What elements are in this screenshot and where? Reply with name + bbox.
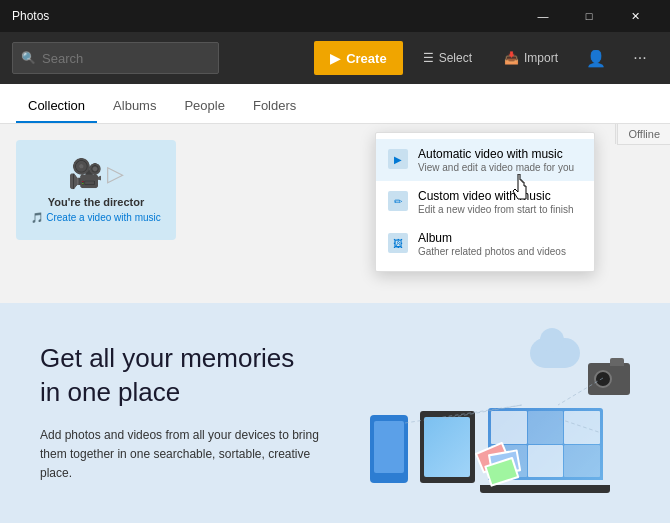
album-subtitle: Gather related photos and videos bbox=[418, 246, 582, 257]
video-camera-icon: 🎥 bbox=[68, 157, 103, 190]
import-label: Import bbox=[524, 51, 558, 65]
select-label: Select bbox=[439, 51, 472, 65]
album-text: Album Gather related photos and videos bbox=[418, 231, 582, 257]
offline-badge: Offline bbox=[617, 124, 670, 145]
promo-heading: Get all your memories in one place bbox=[40, 342, 320, 410]
import-button[interactable]: 📥 Import bbox=[492, 41, 570, 75]
custom-video-text: Custom video with music Edit a new video… bbox=[418, 189, 582, 215]
close-button[interactable]: ✕ bbox=[612, 0, 658, 32]
nav-tabs: Collection Albums People Folders bbox=[0, 84, 670, 124]
main-area: 🎥 ▷ You're the director 🎵 Create a video… bbox=[0, 124, 670, 523]
maximize-button[interactable]: □ bbox=[566, 0, 612, 32]
auto-video-title: Automatic video with music bbox=[418, 147, 582, 161]
camera-illustration bbox=[588, 363, 630, 395]
custom-video-icon: ✏ bbox=[388, 191, 408, 211]
promo-body: Add photos and videos from all your devi… bbox=[40, 426, 320, 484]
dropdown-item-album[interactable]: 🖼 Album Gather related photos and videos bbox=[376, 223, 594, 265]
select-button[interactable]: ☰ Select bbox=[411, 41, 484, 75]
tab-people[interactable]: People bbox=[172, 90, 236, 123]
account-button[interactable]: 👤 bbox=[578, 41, 614, 75]
tablet-illustration bbox=[420, 411, 475, 483]
director-link-text: Create a video with music bbox=[46, 212, 161, 223]
window-controls: — □ ✕ bbox=[520, 0, 658, 32]
tab-folders[interactable]: Folders bbox=[241, 90, 308, 123]
tab-collection[interactable]: Collection bbox=[16, 90, 97, 123]
promo-visual bbox=[360, 333, 630, 493]
select-icon: ☰ bbox=[423, 51, 434, 65]
more-button[interactable]: ··· bbox=[622, 41, 658, 75]
search-input[interactable] bbox=[42, 51, 210, 66]
minimize-button[interactable]: — bbox=[520, 0, 566, 32]
create-label: Create bbox=[346, 51, 386, 66]
cloud-illustration bbox=[530, 333, 580, 368]
create-button[interactable]: ▶ Create bbox=[314, 41, 402, 75]
app-title: Photos bbox=[12, 9, 49, 23]
director-title: You're the director bbox=[48, 196, 145, 208]
custom-video-title: Custom video with music bbox=[418, 189, 582, 203]
auto-video-text: Automatic video with music View and edit… bbox=[418, 147, 582, 173]
play-icon: ▷ bbox=[107, 161, 124, 187]
search-box[interactable]: 🔍 bbox=[12, 42, 219, 74]
dropdown-item-custom-video[interactable]: ✏ Custom video with music Edit a new vid… bbox=[376, 181, 594, 223]
album-icon: 🖼 bbox=[388, 233, 408, 253]
custom-video-subtitle: Edit a new video from start to finish bbox=[418, 204, 582, 215]
phone-illustration bbox=[370, 415, 408, 483]
auto-video-subtitle: View and edit a video made for you bbox=[418, 162, 582, 173]
dropdown-item-auto-video[interactable]: ▶ Automatic video with music View and ed… bbox=[376, 139, 594, 181]
search-icon: 🔍 bbox=[21, 51, 36, 65]
promo-text-block: Get all your memories in one place Add p… bbox=[40, 342, 320, 483]
title-bar: Photos — □ ✕ bbox=[0, 0, 670, 32]
dropdown-menu: ▶ Automatic video with music View and ed… bbox=[375, 132, 595, 272]
director-card: 🎥 ▷ You're the director 🎵 Create a video… bbox=[16, 140, 176, 240]
toolbar: 🔍 ▶ Create ☰ Select 📥 Import 👤 ··· bbox=[0, 32, 670, 84]
tab-albums[interactable]: Albums bbox=[101, 90, 168, 123]
content-area: 🎥 ▷ You're the director 🎵 Create a video… bbox=[0, 124, 670, 303]
auto-video-icon: ▶ bbox=[388, 149, 408, 169]
create-icon: ▶ bbox=[330, 51, 340, 66]
promo-area: Get all your memories in one place Add p… bbox=[0, 303, 670, 523]
music-icon: 🎵 bbox=[31, 212, 43, 223]
album-title: Album bbox=[418, 231, 582, 245]
offline-label: Offline bbox=[628, 128, 660, 140]
import-icon: 📥 bbox=[504, 51, 519, 65]
director-link[interactable]: 🎵 Create a video with music bbox=[31, 212, 161, 223]
